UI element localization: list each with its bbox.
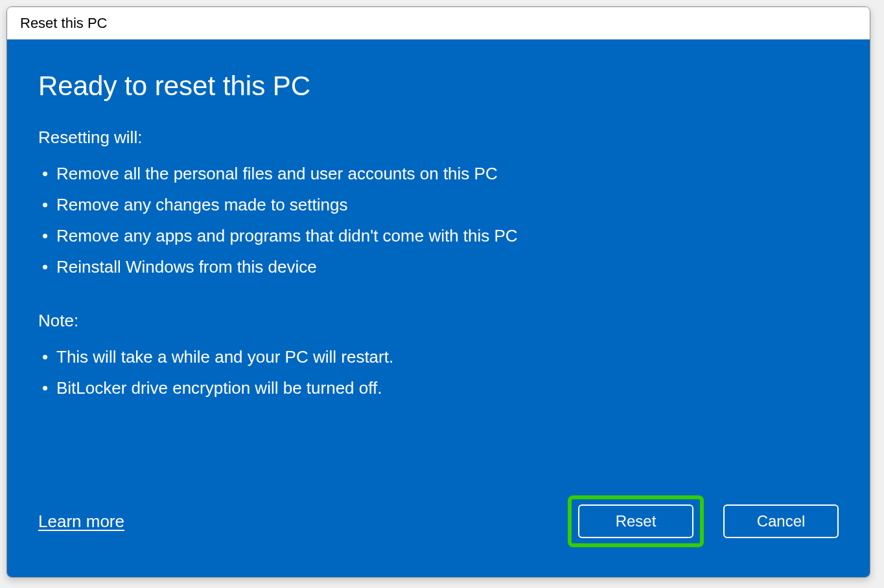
dialog-window: Reset this PC Ready to reset this PC Res…: [6, 6, 870, 578]
cancel-button[interactable]: Cancel: [723, 504, 839, 538]
dialog-footer: Learn more Reset Cancel: [38, 495, 839, 547]
dialog-content: Ready to reset this PC Resetting will: R…: [7, 40, 870, 577]
button-group: Reset Cancel: [568, 495, 839, 547]
resetting-will-list: Remove all the personal files and user a…: [38, 158, 839, 282]
list-item: Reinstall Windows from this device: [38, 251, 839, 282]
dialog-heading: Ready to reset this PC: [38, 71, 839, 102]
reset-button[interactable]: Reset: [578, 504, 693, 538]
titlebar: Reset this PC: [7, 7, 870, 40]
note-label: Note:: [38, 311, 839, 331]
resetting-will-label: Resetting will:: [38, 128, 839, 148]
list-item: BitLocker drive encryption will be turne…: [38, 372, 839, 403]
list-item: Remove all the personal files and user a…: [38, 158, 839, 189]
list-item: Remove any apps and programs that didn't…: [38, 220, 839, 251]
window-title: Reset this PC: [20, 15, 108, 32]
reset-button-highlight: Reset: [568, 495, 704, 547]
list-item: Remove any changes made to settings: [38, 189, 839, 220]
learn-more-link[interactable]: Learn more: [38, 512, 124, 532]
note-list: This will take a while and your PC will …: [38, 341, 839, 403]
list-item: This will take a while and your PC will …: [38, 341, 839, 372]
